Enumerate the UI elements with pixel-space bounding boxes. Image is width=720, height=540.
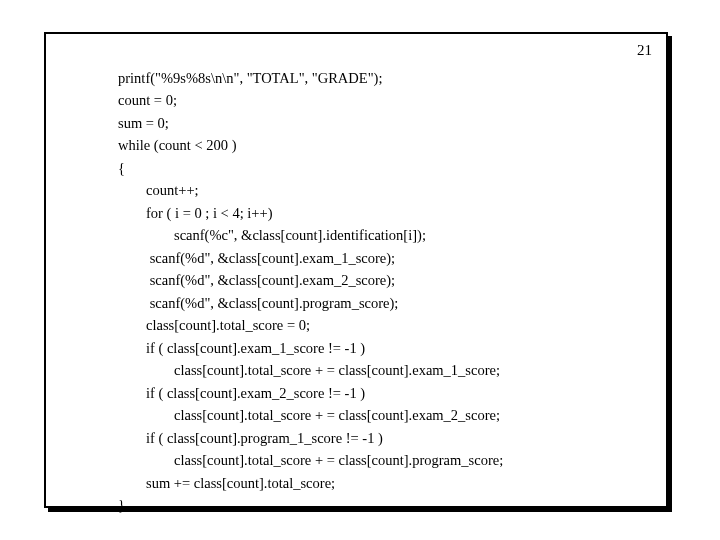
slide: 21 printf("%9s%8s\n\n", "TOTAL", "GRADE"… xyxy=(0,0,720,540)
code-line: if ( class[count].exam_2_score != -1 ) xyxy=(118,382,365,405)
code-line: scanf(%d", &class[count].exam_2_score); xyxy=(118,269,395,292)
code-line: count++; xyxy=(118,179,199,202)
code-line: sum += class[count].total_score; xyxy=(118,472,335,495)
code-line: scanf(%d", &class[count].program_score); xyxy=(118,292,398,315)
code-line: sum = 0; xyxy=(118,115,169,131)
code-line: if ( class[count].exam_1_score != -1 ) xyxy=(118,337,365,360)
code-line: if ( class[count].program_1_score != -1 … xyxy=(118,427,383,450)
code-line: scanf(%d", &class[count].exam_1_score); xyxy=(118,247,395,270)
content-frame: 21 printf("%9s%8s\n\n", "TOTAL", "GRADE"… xyxy=(44,32,668,508)
code-line: count = 0; xyxy=(118,92,177,108)
page-number: 21 xyxy=(637,42,652,59)
code-line: class[count].total_score + = class[count… xyxy=(118,449,503,472)
code-block: printf("%9s%8s\n\n", "TOTAL", "GRADE"); … xyxy=(118,44,626,539)
code-line: while (count < 200 ) xyxy=(118,137,237,153)
code-line: } xyxy=(118,497,125,513)
code-line: class[count].total_score + = class[count… xyxy=(118,404,500,427)
code-line: scanf(%c", &class[count].identification[… xyxy=(118,224,426,247)
code-line: class[count].total_score + = class[count… xyxy=(118,359,500,382)
code-line: { xyxy=(118,160,125,176)
code-line: class[count].total_score = 0; xyxy=(118,314,310,337)
code-line: for ( i = 0 ; i < 4; i++) xyxy=(118,202,273,225)
code-line: printf("%9s%8s\n\n", "TOTAL", "GRADE"); xyxy=(118,70,382,86)
